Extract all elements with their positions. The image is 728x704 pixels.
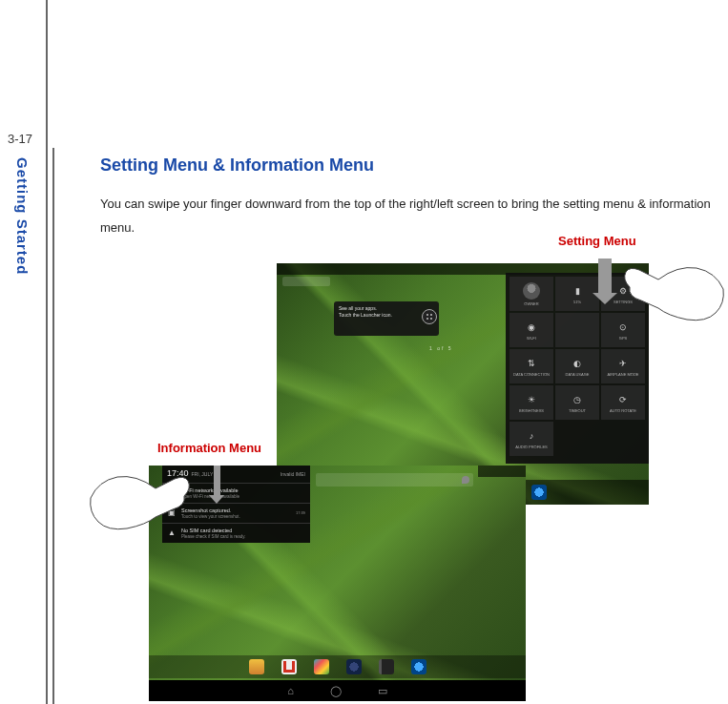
tile-label: AUTO ROTATE [610, 408, 636, 413]
notification-header: 17:40 FRI, JULY 5 Invalid IMEI [162, 466, 310, 483]
setting-menu-label: Setting Menu [558, 234, 636, 248]
tile-label: DATA USAGE [566, 372, 590, 377]
heading: Setting Menu & Information Menu [100, 155, 711, 176]
tooltip-line1: See all your apps. [339, 305, 377, 311]
wifi-icon: ◉ [525, 321, 538, 334]
header-status: Invalid IMEI [281, 471, 305, 477]
tile-label: OWNER [524, 301, 538, 306]
battery-icon: ▮ [571, 284, 584, 298]
notification-panel: 17:40 FRI, JULY 5 Invalid IMEI ◉ Wi-Fi n… [162, 466, 310, 543]
notification-text: Wi-Fi networks available Open Wi-Fi netw… [181, 487, 305, 499]
tile-autorotate: ⟳AUTO ROTATE [601, 385, 645, 420]
information-menu-label: Information Menu [157, 441, 261, 455]
page-divider-inner [52, 148, 54, 704]
back-icon: ⌂ [287, 685, 294, 696]
play-store-icon [314, 659, 329, 674]
maps-icon [249, 659, 264, 674]
page-divider-left [46, 0, 48, 704]
tooltip-line2: Touch the Launcher icon. [339, 312, 392, 318]
notification-text: No SIM card detected Please check if SIM… [181, 528, 305, 539]
clock: 17:40 [167, 468, 189, 478]
google-search-bar [316, 473, 473, 487]
tile-label: GPS [619, 336, 627, 341]
home-icon: ◯ [330, 685, 342, 697]
tile-owner: OWNER [510, 277, 553, 311]
tile-label: BRIGHTNESS [519, 408, 544, 413]
camera-icon [346, 659, 362, 674]
movie-icon [379, 659, 394, 674]
notif-title: Screenshot captured. [181, 507, 231, 513]
notif-sub: Open Wi-Fi networks available [181, 494, 305, 499]
clock-icon: ◷ [571, 393, 584, 406]
notification-row: ▣ Screenshot captured. Touch to view you… [162, 503, 310, 523]
dock [149, 655, 526, 678]
browser-icon [531, 485, 547, 500]
owner-icon [523, 282, 540, 300]
notif-sub: Touch to view your screenshot. [181, 514, 291, 519]
tile-wifi: ◉WI-FI [510, 313, 553, 347]
tile-brightness: ☀BRIGHTNESS [510, 385, 553, 420]
page-number: 3-17 [8, 132, 32, 146]
section-label: Getting Started [14, 157, 31, 275]
tile-audio: ♪AUDIO PROFILES [510, 422, 553, 456]
pager-indicator: 1 of 5 [429, 345, 453, 351]
notif-time: 17:39 [296, 510, 305, 515]
status-bar-right [478, 466, 526, 477]
tile-data-usage: ◐DATA USAGE [555, 349, 599, 383]
gear-icon: ⚙ [616, 284, 630, 298]
data-icon: ⇅ [525, 357, 538, 370]
quick-settings-grid: OWNER ▮51% ⚙SETTINGS ◉WI-FI ⊙GPS ⇅DATA C… [510, 277, 645, 456]
quick-settings-panel: OWNER ▮51% ⚙SETTINGS ◉WI-FI ⊙GPS ⇅DATA C… [506, 273, 649, 464]
apps-icon [422, 309, 437, 324]
notification-row: ▲ No SIM card detected Please check if S… [162, 523, 310, 543]
notif-sub: Please check if SIM card is ready. [181, 534, 305, 539]
notification-row: ◉ Wi-Fi networks available Open Wi-Fi ne… [162, 483, 310, 503]
tile-empty [555, 313, 599, 347]
gps-icon: ⊙ [616, 321, 630, 334]
tile-data-connection: ⇅DATA CONNECTION [510, 349, 553, 383]
tile-label: AUDIO PROFILES [515, 445, 548, 449]
notification-text: Screenshot captured. Touch to view your … [181, 507, 291, 519]
gmail-icon [281, 659, 297, 674]
tile-label: DATA CONNECTION [513, 372, 550, 377]
tile-label: AIRPLANE MODE [608, 372, 639, 377]
rotate-icon: ⟳ [616, 393, 630, 406]
image-icon: ▣ [167, 508, 177, 518]
warning-icon: ▲ [167, 528, 177, 538]
sun-icon: ☀ [525, 393, 538, 406]
browser-icon [411, 659, 426, 674]
tile-gps: ⊙GPS [601, 313, 645, 347]
swipe-down-arrow-icon [598, 259, 612, 295]
nav-bar: ⌂ ◯ ▭ [149, 680, 526, 701]
notif-title: Wi-Fi networks available [181, 487, 239, 493]
plane-icon: ✈ [616, 357, 630, 370]
google-search-pill [282, 277, 330, 286]
audio-icon: ♪ [525, 429, 538, 443]
swipe-down-arrow-icon [214, 466, 220, 496]
usage-icon: ◐ [571, 357, 584, 370]
wifi-icon: ◉ [167, 488, 177, 498]
body-text: You can swipe your finger downward from … [100, 193, 711, 239]
tile-timeout: ◷TIMEOUT [555, 385, 599, 420]
tile-label: 51% [573, 300, 581, 304]
screenshot-information-menu: 17:40 FRI, JULY 5 Invalid IMEI ◉ Wi-Fi n… [149, 466, 526, 701]
tile-airplane: ✈AIRPLANE MODE [601, 349, 645, 383]
recent-icon: ▭ [378, 685, 387, 697]
notif-title: No SIM card detected [181, 528, 232, 533]
tile-label: WI-FI [527, 336, 536, 341]
tile-label: TIMEOUT [569, 408, 586, 413]
